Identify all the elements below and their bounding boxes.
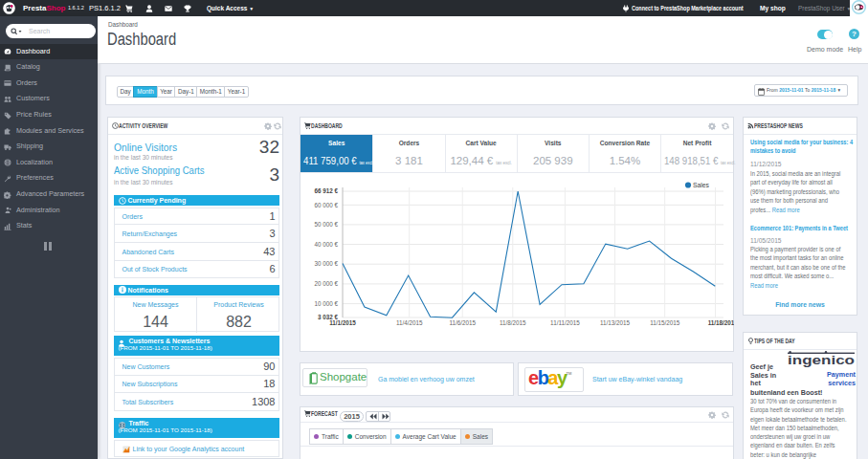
svg-text:40 000 €: 40 000 €	[314, 241, 338, 248]
svg-text:20 000 €: 20 000 €	[314, 280, 338, 287]
svg-text:11/6/2015: 11/6/2015	[449, 319, 476, 326]
svg-text:11/8/2015: 11/8/2015	[500, 319, 526, 326]
svg-text:ingenico: ingenico	[788, 353, 855, 367]
svg-text:11/11/2015: 11/11/2015	[550, 319, 580, 326]
svg-text:60 000 €: 60 000 €	[314, 202, 338, 208]
svg-text:10 000 €: 10 000 €	[314, 300, 338, 307]
svg-text:11/1/2015: 11/1/2015	[329, 319, 356, 326]
svg-text:11/18/201: 11/18/201	[708, 319, 734, 326]
svg-text:30 000 €: 30 000 €	[314, 260, 338, 267]
svg-text:66 912 €: 66 912 €	[314, 187, 338, 194]
svg-text:11/15/2015: 11/15/2015	[650, 319, 680, 326]
svg-text:11/13/2015: 11/13/2015	[600, 319, 631, 326]
svg-text:50 000 €: 50 000 €	[314, 221, 338, 228]
svg-text:11/4/2015: 11/4/2015	[396, 319, 423, 326]
svg-text:Sales: Sales	[693, 182, 710, 188]
